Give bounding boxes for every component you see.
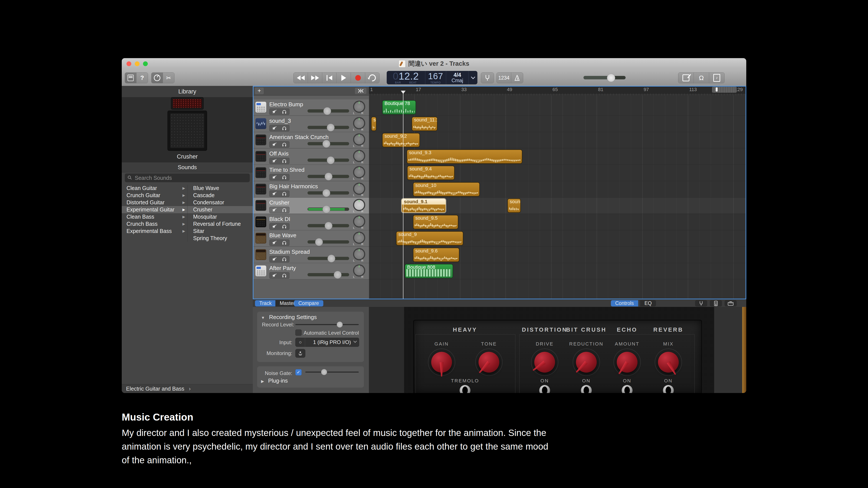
mute-button[interactable] xyxy=(269,190,280,197)
track-row[interactable]: Time to ShredLR xyxy=(253,165,369,181)
track-volume-slider[interactable] xyxy=(308,159,349,162)
note-pad-button[interactable] xyxy=(678,73,694,83)
toggle-switch[interactable] xyxy=(663,384,674,393)
recording-settings-header[interactable]: ▼ Recording Settings xyxy=(261,314,317,321)
forward-button[interactable] xyxy=(308,73,322,83)
region-audio[interactable]: sound_10 xyxy=(413,182,480,196)
region-midi[interactable]: Boutique 78 xyxy=(382,100,416,115)
disclosure-closed-icon[interactable]: ▶ xyxy=(261,379,264,384)
track-row[interactable]: Stadium SpreadLR xyxy=(253,247,369,263)
volume-thumb[interactable] xyxy=(327,124,335,131)
track-volume-slider[interactable] xyxy=(308,207,349,211)
mute-button[interactable] xyxy=(269,125,280,131)
track-volume-slider[interactable] xyxy=(308,109,349,112)
pan-knob[interactable] xyxy=(353,248,365,260)
region-audio[interactable]: sound_11.1 xyxy=(412,117,437,131)
track-volume-slider[interactable] xyxy=(308,257,349,260)
track-row[interactable]: Big Hair HarmonicsLR xyxy=(253,181,369,198)
zoom-window-button[interactable] xyxy=(143,61,148,66)
lcd-menu-section[interactable] xyxy=(469,71,477,85)
solo-button[interactable] xyxy=(279,125,289,131)
track-row[interactable]: sound_3LR xyxy=(253,116,369,132)
quick-help-button[interactable]: ? xyxy=(136,73,148,83)
pan-knob[interactable] xyxy=(353,150,365,162)
track-row[interactable]: Black DILR xyxy=(253,214,369,230)
volume-thumb[interactable] xyxy=(322,205,330,213)
play-button[interactable] xyxy=(337,73,351,83)
sound-category-item[interactable]: Clean Guitar▶ xyxy=(122,185,187,192)
toggle-switch[interactable] xyxy=(581,384,592,393)
solo-button[interactable] xyxy=(279,174,289,181)
tuner-small-button[interactable] xyxy=(695,300,707,306)
mute-button[interactable] xyxy=(269,141,280,148)
noise-gate-checkbox[interactable]: ✓ xyxy=(295,369,302,376)
zoom-slider[interactable] xyxy=(712,87,737,93)
arrange-timeline[interactable]: 1173349658197113129 Boutique 78ssound_11… xyxy=(369,86,746,299)
volume-thumb[interactable] xyxy=(607,74,615,82)
input-select[interactable]: 1 (iRig PRO I/O) xyxy=(305,338,359,347)
timeline-row[interactable] xyxy=(369,99,746,116)
disclosure-open-icon[interactable]: ▼ xyxy=(261,316,265,320)
solo-button[interactable] xyxy=(279,207,289,213)
knob-amount[interactable] xyxy=(617,352,638,372)
region-audio[interactable]: sound_9.2 xyxy=(382,133,420,147)
record-level-thumb[interactable] xyxy=(337,322,343,327)
mute-button[interactable] xyxy=(269,207,280,213)
track-volume-slider[interactable] xyxy=(308,273,349,276)
track-row[interactable]: Blue WaveLR xyxy=(253,230,369,247)
tab-track[interactable]: Track xyxy=(255,300,276,306)
pan-knob[interactable] xyxy=(353,232,365,244)
solo-button[interactable] xyxy=(279,239,289,246)
solo-button[interactable] xyxy=(279,190,289,197)
metronome-button[interactable] xyxy=(511,73,523,83)
lcd-display[interactable]: 012.2 BARBEAT 167 TEMPO 4/4 Cmaj xyxy=(387,71,477,85)
region-audio[interactable]: sound_9.3 xyxy=(407,150,522,164)
ruler[interactable]: 1173349658197113129 xyxy=(369,86,746,94)
sound-category-item[interactable]: Crunch Guitar▶ xyxy=(122,192,187,199)
track-row[interactable]: CrusherLR xyxy=(253,198,369,214)
track-row[interactable]: Off AxisLR xyxy=(253,149,369,165)
track-row[interactable]: American Stack CrunchLR xyxy=(253,132,369,148)
record-level-slider[interactable] xyxy=(295,324,359,325)
loop-browser-button[interactable]: Ω xyxy=(694,73,709,83)
region-audio[interactable]: sound_9.6 xyxy=(413,248,459,262)
close-window-button[interactable] xyxy=(126,61,131,66)
count-in-button[interactable]: 1234 xyxy=(497,73,511,83)
region-audio[interactable]: sound_9.5 xyxy=(413,215,458,229)
auto-level-checkbox[interactable] xyxy=(295,329,302,336)
region-midi[interactable]: Boutique 808 xyxy=(405,264,453,278)
sound-patch-item[interactable]: Spring Theory xyxy=(187,235,253,242)
sound-category-item[interactable]: Clean Bass▶ xyxy=(122,213,187,220)
sound-category-item[interactable]: Distorted Guitar▶ xyxy=(122,199,187,206)
go-to-beginning-button[interactable] xyxy=(322,73,337,83)
sound-category-item[interactable]: Experimental Bass▶ xyxy=(122,228,187,235)
mute-button[interactable] xyxy=(269,174,280,181)
noise-gate-thumb[interactable] xyxy=(321,369,327,375)
library-toggle-button[interactable] xyxy=(125,73,136,83)
track-row[interactable]: After PartyLR xyxy=(253,263,369,279)
add-track-button[interactable]: + xyxy=(254,87,264,95)
catch-playhead-button[interactable] xyxy=(354,88,367,94)
solo-button[interactable] xyxy=(279,108,289,115)
input-mono-button[interactable]: ○ xyxy=(295,338,305,347)
toggle-switch[interactable] xyxy=(621,384,633,393)
mute-button[interactable] xyxy=(269,108,280,115)
compare-button[interactable]: Compare xyxy=(294,300,323,306)
pan-knob[interactable] xyxy=(353,166,365,178)
sound-patch-item[interactable]: Crusher xyxy=(187,206,253,213)
mute-button[interactable] xyxy=(269,256,280,262)
pan-knob[interactable] xyxy=(353,101,365,113)
search-sounds-field[interactable]: Search Sounds xyxy=(125,173,250,182)
record-button[interactable] xyxy=(351,73,365,83)
toggle-switch[interactable] xyxy=(539,384,550,393)
volume-thumb[interactable] xyxy=(322,140,330,148)
track-volume-slider[interactable] xyxy=(308,175,349,178)
timeline-row[interactable] xyxy=(369,132,746,148)
volume-thumb[interactable] xyxy=(327,156,335,164)
sound-category-item[interactable]: Experimental Guitar▶ xyxy=(122,206,187,213)
sound-patch-item[interactable]: Cascade xyxy=(187,192,253,199)
amp-designer-button[interactable] xyxy=(724,300,737,306)
track-row[interactable]: Electro BumpLR xyxy=(253,99,369,116)
knob-mix[interactable] xyxy=(658,352,679,372)
region-audio[interactable]: sound xyxy=(507,198,521,213)
